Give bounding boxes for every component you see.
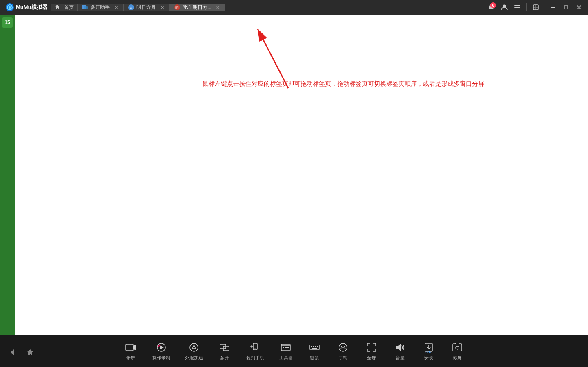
- tab-active-label: #N1 明日方...: [183, 4, 212, 11]
- svg-rect-9: [514, 5, 520, 6]
- toolbar-multiopen-label: 多开: [220, 355, 229, 361]
- bottom-toolbar: 录屏 操作录制 外服加速 多: [0, 335, 588, 367]
- toolbar-multiopen[interactable]: 多开: [210, 338, 239, 364]
- svg-rect-35: [313, 346, 314, 347]
- content-wrapper: 15 鼠标左键点击按住对应的标签页即可拖动标签页，拖动标签页可切换标签页顺序，或…: [0, 15, 588, 335]
- home-button[interactable]: [26, 348, 34, 356]
- svg-text:APK: APK: [426, 351, 431, 353]
- account-button[interactable]: [499, 2, 510, 13]
- window-controls: [546, 2, 586, 13]
- toolbar-keyboard-label: 键鼠: [310, 355, 319, 361]
- svg-rect-30: [283, 347, 284, 348]
- svg-rect-32: [287, 347, 289, 348]
- titlebar: MuMu模拟器 首页 多开助手 ✕: [0, 0, 588, 15]
- restore-button[interactable]: [559, 2, 572, 13]
- tab-mingri-close[interactable]: ✕: [160, 4, 165, 10]
- instance-badge: 15: [2, 17, 13, 28]
- titlebar-right: 6: [486, 2, 586, 13]
- tab-home[interactable]: 首页: [51, 4, 78, 11]
- toolbar-boost[interactable]: 外服加速: [178, 338, 210, 364]
- tab-active-close[interactable]: ✕: [215, 4, 221, 10]
- toolbar-gesture[interactable]: 手柄: [329, 338, 357, 364]
- main-content: 鼠标左键点击按住对应的标签页即可拖动标签页，拖动标签页可切换标签页顺序，或者是形…: [15, 15, 588, 335]
- instruction-text: 鼠标左键点击按住对应的标签页即可拖动标签页，拖动标签页可切换标签页顺序，或者是形…: [203, 80, 484, 88]
- toolbar-fullscreen-label: 全屏: [367, 355, 376, 361]
- win-divider: [526, 3, 527, 11]
- menu-button[interactable]: [512, 2, 523, 13]
- toolbar-sync[interactable]: 装到手机: [239, 338, 272, 364]
- svg-rect-14: [564, 6, 568, 9]
- tab-active[interactable]: 明 #N1 明日方... ✕: [170, 4, 225, 11]
- left-sidebar: 15: [0, 15, 15, 335]
- svg-rect-11: [514, 9, 520, 9]
- tab-multiopen[interactable]: 多开助手 ✕: [78, 4, 124, 11]
- svg-marker-21: [133, 345, 136, 350]
- svg-point-1: [9, 6, 11, 9]
- svg-text:明: 明: [175, 6, 179, 10]
- install-icon: APK: [423, 342, 434, 353]
- toolbar-record[interactable]: 录屏: [116, 338, 145, 364]
- svg-text:方: 方: [129, 6, 133, 10]
- toolbar-volume-label: 音量: [396, 355, 405, 361]
- tabs-area: 首页 多开助手 ✕ 方 明日方舟 ✕: [51, 4, 486, 11]
- screenshot-icon: [452, 342, 463, 353]
- svg-point-45: [456, 346, 459, 349]
- tab-multiopen-label: 多开助手: [90, 4, 110, 11]
- screen-rotate-button[interactable]: [530, 2, 541, 13]
- tab-mingri-icon: 方: [128, 4, 134, 11]
- volume-icon: [394, 342, 406, 353]
- toolbar-volume[interactable]: 音量: [386, 338, 414, 364]
- sync-icon: [249, 342, 261, 353]
- toolbar-keyboard[interactable]: 键鼠: [300, 338, 329, 364]
- tab-mingri-label: 明日方舟: [136, 4, 156, 11]
- toolbar-fullscreen[interactable]: 全屏: [357, 338, 386, 364]
- fullscreen-icon: [366, 342, 377, 353]
- gesture-icon: [337, 342, 349, 353]
- close-button[interactable]: [572, 2, 586, 13]
- record-icon: [125, 342, 136, 353]
- toolbar-record-label: 录屏: [126, 355, 135, 361]
- operation-icon: [156, 342, 167, 353]
- svg-marker-23: [160, 345, 164, 349]
- toolbar-install[interactable]: APK 安装: [414, 338, 443, 364]
- keyboard-icon: [309, 342, 320, 353]
- svg-rect-37: [317, 346, 318, 347]
- svg-line-18: [258, 29, 288, 88]
- svg-rect-10: [514, 7, 520, 8]
- svg-rect-13: [551, 7, 555, 8]
- svg-rect-20: [126, 344, 133, 351]
- svg-marker-19: [11, 349, 14, 355]
- notification-button[interactable]: 6: [486, 2, 497, 13]
- toolbar-gesture-label: 手柄: [339, 355, 347, 361]
- tab-multiopen-close[interactable]: ✕: [114, 4, 119, 10]
- tab-active-icon: 明: [174, 4, 180, 11]
- notification-badge: 6: [490, 2, 496, 8]
- svg-rect-34: [311, 346, 312, 347]
- toolbar-screenshot[interactable]: 截屏: [443, 338, 472, 364]
- app-name: MuMu模拟器: [16, 4, 47, 11]
- svg-rect-36: [315, 346, 316, 347]
- tab-home-label: 首页: [64, 4, 74, 11]
- tab-mingri[interactable]: 方 明日方舟 ✕: [124, 4, 170, 11]
- svg-rect-3: [84, 6, 88, 9]
- toolbar-screenshot-label: 截屏: [453, 355, 462, 361]
- toolbar-boost-label: 外服加速: [185, 355, 203, 361]
- svg-rect-31: [285, 347, 287, 348]
- toolbar-install-label: 安装: [424, 355, 433, 361]
- svg-point-39: [341, 346, 342, 347]
- logo-icon: [6, 3, 14, 11]
- toolbar-tools[interactable]: 工具箱: [272, 338, 300, 364]
- toolbar-operation[interactable]: 操作录制: [145, 338, 178, 364]
- minimize-button[interactable]: [546, 2, 559, 13]
- tools-icon: [280, 342, 292, 353]
- app-logo[interactable]: MuMu模拟器: [2, 3, 51, 11]
- toolbar-sync-label: 装到手机: [246, 355, 264, 361]
- toolbar-operation-label: 操作录制: [152, 355, 170, 361]
- toolbar-tools-label: 工具箱: [279, 355, 293, 361]
- svg-rect-38: [312, 348, 317, 349]
- svg-rect-33: [310, 345, 319, 350]
- back-button[interactable]: [8, 348, 16, 356]
- multiopen-icon: [219, 342, 230, 353]
- svg-point-40: [344, 346, 345, 347]
- boost-icon: [188, 342, 200, 353]
